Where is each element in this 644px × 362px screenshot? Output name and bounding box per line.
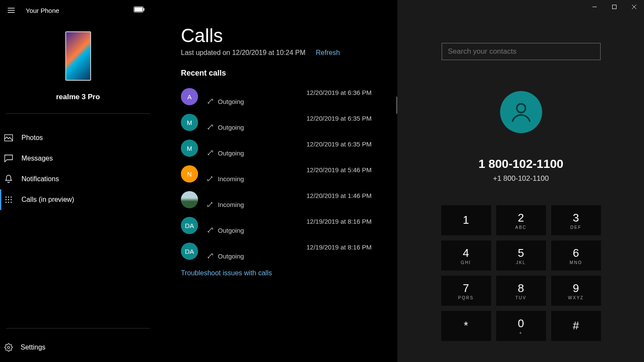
dial-key-2[interactable]: 2ABC <box>496 205 546 235</box>
sidebar-item-notifications[interactable]: Notifications <box>0 169 156 189</box>
dial-key-9[interactable]: 9WXYZ <box>551 276 601 306</box>
call-direction: Outgoing <box>218 252 244 260</box>
nav-list: PhotosMessagesNotificationsCalls (in pre… <box>0 128 156 210</box>
sidebar-item-messages[interactable]: Messages <box>0 148 156 169</box>
dialpad: 12ABC3DEF4GHI5JKL6MNO7PQRS8TUV9WXYZ*0+# <box>441 205 601 341</box>
nav-label: Notifications <box>21 175 59 183</box>
dial-key-0[interactable]: 0+ <box>496 311 546 341</box>
dial-key-*[interactable]: * <box>441 311 491 341</box>
svg-rect-2 <box>143 8 144 11</box>
dial-sub: DEF <box>571 225 582 230</box>
svg-rect-1 <box>134 7 143 12</box>
svg-point-4 <box>6 197 7 198</box>
close-button[interactable] <box>624 0 644 14</box>
caller-avatar: A <box>181 88 198 105</box>
contact-avatar <box>500 91 542 133</box>
call-item[interactable]: AOutgoing12/20/2019 at 6:36 PM <box>181 84 380 110</box>
dial-digit: 6 <box>573 246 579 260</box>
maximize-button[interactable] <box>604 0 624 14</box>
sidebar-item-photos[interactable]: Photos <box>0 128 156 148</box>
dial-key-7[interactable]: 7PQRS <box>441 276 491 306</box>
contact-display-name: 1 800-102-1100 <box>479 157 564 171</box>
call-item[interactable]: MOutgoing12/20/2019 at 6:35 PM <box>181 110 380 135</box>
call-item[interactable]: NIncoming12/20/2019 at 5:46 PM <box>181 161 380 187</box>
dial-sub: + <box>519 331 523 335</box>
gear-icon <box>4 343 13 352</box>
call-meta: Incoming <box>207 175 244 183</box>
notifications-icon <box>4 175 13 183</box>
caller-avatar: N <box>181 165 198 183</box>
hamburger-icon[interactable] <box>4 3 18 17</box>
dial-digit: 1 <box>463 213 469 227</box>
call-direction: Outgoing <box>218 98 244 105</box>
call-item[interactable]: DAOutgoing12/19/2019 at 8:16 PM <box>181 238 380 264</box>
svg-point-9 <box>11 199 12 201</box>
svg-rect-14 <box>613 5 617 9</box>
dial-key-3[interactable]: 3DEF <box>551 205 601 235</box>
caller-avatar: DA <box>181 243 198 260</box>
dial-digit: 5 <box>518 246 524 260</box>
contact-number: +1 800-102-1100 <box>493 174 549 183</box>
calls-list: AOutgoing12/20/2019 at 6:36 PMMOutgoing1… <box>181 84 380 264</box>
dial-key-#[interactable]: # <box>551 311 601 341</box>
call-time: 12/20/2019 at 6:35 PM <box>306 114 380 122</box>
scrollbar[interactable] <box>638 14 644 362</box>
minimize-button[interactable] <box>585 0 604 14</box>
search-contacts-input[interactable] <box>442 43 601 60</box>
call-direction: Outgoing <box>218 227 244 234</box>
outgoing-icon <box>207 98 214 105</box>
troubleshoot-link[interactable]: Troubleshoot issues with calls <box>181 269 380 277</box>
dial-key-4[interactable]: 4GHI <box>441 240 491 271</box>
sidebar-header: Your Phone <box>0 0 156 21</box>
window-controls <box>585 0 644 14</box>
dial-digit: 7 <box>463 282 469 295</box>
phone-thumbnail[interactable] <box>65 31 91 81</box>
dial-sub: TUV <box>516 295 527 300</box>
call-time: 12/20/2019 at 1:46 PM <box>306 191 380 199</box>
sidebar-item-settings[interactable]: Settings <box>0 337 156 358</box>
dial-digit: 0 <box>518 317 524 330</box>
phone-preview: realme 3 Pro <box>0 21 156 109</box>
last-updated: Last updated on 12/20/2019 at 10:24 PM <box>181 49 305 57</box>
call-meta: Outgoing <box>207 227 244 234</box>
divider <box>6 113 150 114</box>
subhead: Last updated on 12/20/2019 at 10:24 PM R… <box>181 49 380 57</box>
dial-key-8[interactable]: 8TUV <box>496 276 546 306</box>
refresh-link[interactable]: Refresh <box>316 49 340 57</box>
outgoing-icon <box>207 124 214 131</box>
call-meta: Outgoing <box>207 98 244 105</box>
caller-avatar: DA <box>181 217 198 234</box>
call-item[interactable]: MOutgoing12/20/2019 at 6:35 PM <box>181 135 380 161</box>
nav-label: Messages <box>21 155 53 162</box>
dial-key-5[interactable]: 5JKL <box>496 240 546 271</box>
svg-point-13 <box>8 347 10 349</box>
dialer-panel: 1 800-102-1100 +1 800-102-1100 12ABC3DEF… <box>398 0 644 362</box>
dial-digit: 8 <box>518 282 524 295</box>
call-meta: Outgoing <box>207 252 244 260</box>
dial-sub: ABC <box>515 225 527 230</box>
call-time: 12/19/2019 at 8:16 PM <box>306 217 380 225</box>
dial-sub: WXYZ <box>568 295 584 300</box>
dial-key-6[interactable]: 6MNO <box>551 240 601 271</box>
sidebar-item-calls[interactable]: Calls (in preview) <box>0 189 156 210</box>
dial-digit: 3 <box>573 211 579 225</box>
call-direction: Outgoing <box>218 149 244 157</box>
svg-point-12 <box>11 202 12 203</box>
dial-digit: * <box>464 319 468 332</box>
dial-sub: MNO <box>570 260 582 265</box>
call-item[interactable]: Incoming12/20/2019 at 1:46 PM <box>181 187 380 213</box>
dial-sub: PQRS <box>458 295 473 300</box>
recent-calls-header: Recent calls <box>181 69 380 78</box>
call-time: 12/20/2019 at 5:46 PM <box>306 165 380 173</box>
caller-avatar <box>181 191 198 208</box>
incoming-icon <box>207 175 214 182</box>
call-item[interactable]: DAOutgoing12/19/2019 at 8:16 PM <box>181 213 380 238</box>
dial-key-1[interactable]: 1 <box>441 205 491 235</box>
svg-point-6 <box>11 197 12 198</box>
svg-point-11 <box>8 202 9 203</box>
caller-avatar: M <box>181 140 198 157</box>
dial-digit: # <box>573 319 579 332</box>
call-meta: Outgoing <box>207 149 244 157</box>
caller-avatar: M <box>181 114 198 131</box>
dial-sub: JKL <box>516 260 526 265</box>
